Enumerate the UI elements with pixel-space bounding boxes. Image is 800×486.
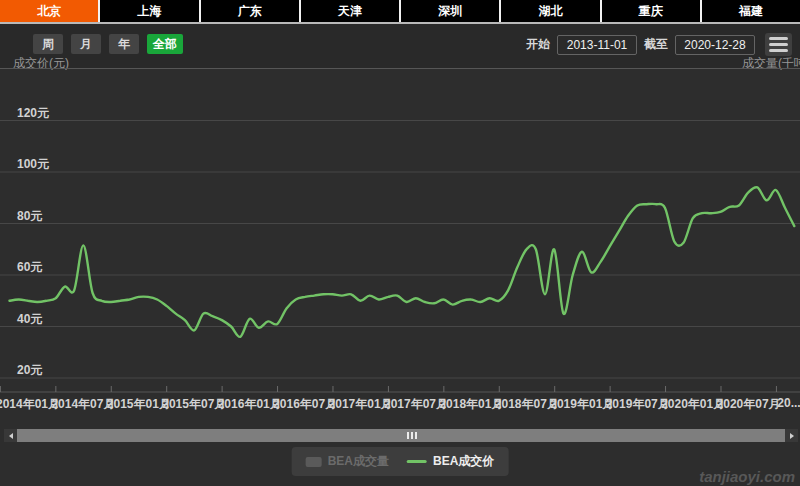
- region-tab-hubei[interactable]: 湖北: [501, 0, 601, 22]
- left-axis-title: 成交价(元): [13, 55, 69, 72]
- y-axis-tick-label: 40元: [17, 311, 42, 328]
- y-axis-tick-label: 80元: [17, 208, 42, 225]
- x-axis-tick-label: 2014年07月: [51, 396, 115, 413]
- y-axis-tick-label: 120元: [17, 105, 49, 122]
- legend-label: BEA成交量: [328, 453, 389, 470]
- region-tabs-bar: 北京上海广东天津深圳湖北重庆福建: [0, 0, 800, 24]
- start-date-label: 开始: [526, 36, 550, 53]
- line-swatch-icon: [407, 460, 427, 463]
- legend-label: BEA成交价: [433, 453, 494, 470]
- x-axis-tick-label: 2017年07月: [384, 396, 448, 413]
- region-tab-guangdong[interactable]: 广东: [201, 0, 301, 22]
- region-tab-beijing[interactable]: 北京: [0, 0, 100, 22]
- y-axis-tick-label: 20元: [17, 362, 42, 379]
- price-line-chart: [0, 0, 800, 486]
- scrollbar-grip-icon: [407, 432, 417, 439]
- period-button-year[interactable]: 年: [109, 34, 139, 54]
- chart-horizontal-scrollbar[interactable]: [4, 429, 798, 442]
- end-date-input[interactable]: [675, 35, 755, 55]
- end-date-label: 截至: [644, 36, 668, 53]
- scroll-right-arrow-icon[interactable]: [785, 429, 798, 442]
- region-tab-shanghai[interactable]: 上海: [100, 0, 200, 22]
- period-button-week[interactable]: 周: [33, 34, 63, 54]
- x-axis-tick-label: 2018年07月: [495, 396, 559, 413]
- hamburger-menu-icon[interactable]: [765, 33, 792, 56]
- legend-item-volume[interactable]: BEA成交量: [306, 453, 389, 470]
- chart-frame-top-line: [0, 68, 800, 69]
- site-watermark: tanjiaoyi.com: [699, 468, 795, 485]
- scroll-left-arrow-icon[interactable]: [4, 429, 17, 442]
- y-axis-tick-label: 100元: [17, 156, 49, 173]
- region-tab-shenzhen[interactable]: 深圳: [401, 0, 501, 22]
- price-line-series: [10, 187, 795, 337]
- x-axis-tick-label: 2019年07月: [606, 396, 670, 413]
- region-tab-fujian[interactable]: 福建: [702, 0, 800, 22]
- period-button-month[interactable]: 月: [71, 34, 101, 54]
- right-axis-title: 成交量(千吨): [742, 55, 800, 72]
- period-button-all[interactable]: 全部: [147, 34, 183, 54]
- bar-swatch-icon: [306, 457, 322, 467]
- x-axis-tick-label: 2016年07月: [273, 396, 337, 413]
- x-axis-tick-label: 20...: [777, 396, 800, 410]
- scrollbar-thumb[interactable]: [17, 429, 785, 442]
- chart-toolbar: 周月年全部 开始 截至: [0, 24, 800, 68]
- region-tab-chongqing[interactable]: 重庆: [602, 0, 702, 22]
- x-axis-tick-label: 2020年07月: [717, 396, 781, 413]
- x-axis-tick-label: 2015年07月: [162, 396, 226, 413]
- chart-legend: BEA成交量BEA成交价: [292, 447, 509, 476]
- y-axis-tick-label: 60元: [17, 259, 42, 276]
- date-range-controls: 开始 截至: [526, 33, 792, 56]
- start-date-input[interactable]: [557, 35, 637, 55]
- legend-item-price[interactable]: BEA成交价: [407, 453, 494, 470]
- region-tab-tianjin[interactable]: 天津: [301, 0, 401, 22]
- period-button-group: 周月年全部: [33, 34, 183, 54]
